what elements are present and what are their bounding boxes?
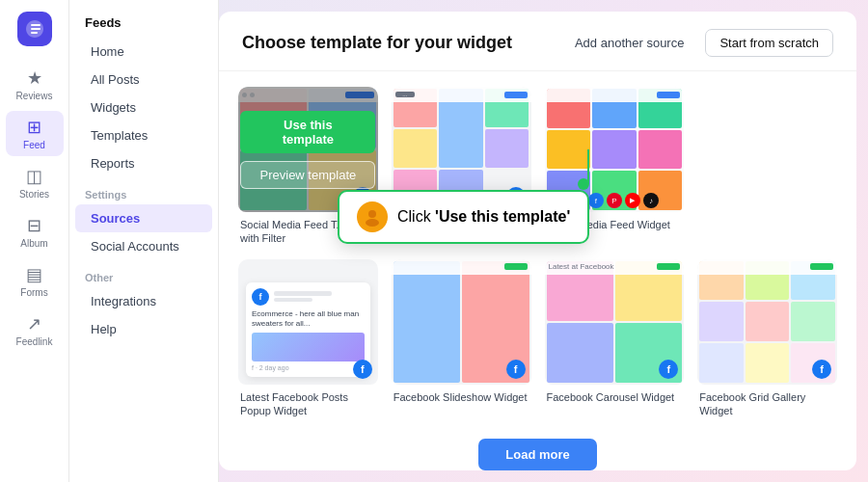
template-card-fb-carousel[interactable]: Latest at Facebook f Facebook Carousel W… xyxy=(545,259,685,418)
text-sidebar: Feeds Home All Posts Widgets Templates R… xyxy=(69,0,219,482)
template-grid-area: f Use this template Preview template Soc… xyxy=(219,71,856,470)
feedlink-label: Feedlink xyxy=(16,336,53,347)
template-card-fb-slideshow[interactable]: f Facebook Slideshow Widget xyxy=(392,259,531,418)
nav-help[interactable]: Help xyxy=(75,315,212,343)
fb-badge-2: f xyxy=(506,187,526,206)
page-title: Choose template for your widget xyxy=(242,33,512,53)
forms-icon: ▤ xyxy=(26,264,42,285)
use-template-button[interactable]: Use this template xyxy=(240,111,375,153)
sidebar-item-album[interactable]: ⊟ Album xyxy=(6,209,64,254)
nav-templates[interactable]: Templates xyxy=(75,121,212,149)
settings-header: Settings xyxy=(69,177,218,204)
nav-reports[interactable]: Reports xyxy=(75,149,212,177)
card-label-social-widget: Social Media Feed Widget xyxy=(545,218,685,231)
stories-icon: ◫ xyxy=(26,166,42,187)
sidebar-item-stories[interactable]: ◫ Stories xyxy=(6,160,64,205)
nav-widgets[interactable]: Widgets xyxy=(75,94,212,121)
feedlink-icon: ↗ xyxy=(27,313,41,335)
template-card-fb-grid[interactable]: f Facebook Grid Gallery Widget xyxy=(697,259,837,418)
template-overlay: Use this template Preview template xyxy=(238,87,378,212)
icon-sidebar: ★ Reviews ⊞ Feed ◫ Stories ⊟ Album ▤ For… xyxy=(0,0,69,482)
template-card-masonry[interactable]: ... f Social Media Feed Masonry xyxy=(392,87,531,246)
add-source-button[interactable]: Add another source xyxy=(563,30,695,56)
fb-badge-carousel: f xyxy=(659,360,678,379)
sidebar-item-forms[interactable]: ▤ Forms xyxy=(6,258,64,304)
template-row-2: f Ecommerce - here all blue man sweaters… xyxy=(238,259,837,418)
album-icon: ⊟ xyxy=(27,215,41,236)
fb-badge-grid: f xyxy=(812,360,831,379)
nav-social-accounts[interactable]: Social Accounts xyxy=(75,232,212,260)
template-card-slider[interactable]: f Use this template Preview template Soc… xyxy=(238,87,378,246)
main-header: Choose template for your widget Add anot… xyxy=(219,12,856,71)
card-label-masonry: Social Media Feed Masonry xyxy=(392,218,531,231)
nav-home[interactable]: Home xyxy=(75,38,212,66)
preview-template-button[interactable]: Preview template xyxy=(240,161,375,189)
facebook-icon: f xyxy=(588,193,604,208)
album-label: Album xyxy=(20,238,47,249)
card-label-fb-grid: Facebook Grid Gallery Widget xyxy=(697,390,837,418)
template-card-fb-popup[interactable]: f Ecommerce - here all blue man sweaters… xyxy=(238,259,378,418)
template-card-social-widget[interactable]: 📷 f P ▶ ♪ Social Media Feed Widget xyxy=(545,87,685,246)
instagram-icon: 📷 xyxy=(570,193,585,208)
other-header: Other xyxy=(69,260,218,287)
fb-badge-slideshow: f xyxy=(506,360,526,379)
forms-label: Forms xyxy=(20,287,47,298)
header-actions: Add another source Start from scratch xyxy=(563,29,833,57)
pinterest-icon: P xyxy=(607,193,622,208)
card-label-fb-popup: Latest Facebook Posts Popup Widget xyxy=(238,390,378,418)
feed-icon: ⊞ xyxy=(27,117,41,138)
template-row-1: f Use this template Preview template Soc… xyxy=(238,87,837,246)
youtube-icon: ▶ xyxy=(625,193,640,208)
sidebar-item-reviews[interactable]: ★ Reviews xyxy=(6,62,64,107)
nav-integrations[interactable]: Integrations xyxy=(75,287,212,315)
nav-all-posts[interactable]: All Posts xyxy=(75,66,212,94)
nav-sources[interactable]: Sources xyxy=(75,204,212,232)
feed-label: Feed xyxy=(23,140,45,150)
card-label-1: Social Media Feed T... Slider with Filte… xyxy=(238,218,378,246)
load-more-area: Load more xyxy=(238,431,837,470)
start-scratch-button[interactable]: Start from scratch xyxy=(705,29,833,57)
app-logo[interactable] xyxy=(17,12,52,46)
sidebar-item-feed[interactable]: ⊞ Feed xyxy=(6,111,64,156)
card-label-fb-carousel: Facebook Carousel Widget xyxy=(545,390,685,404)
sidebar-item-feedlink[interactable]: ↗ Feedlink xyxy=(6,308,64,353)
main-content: Choose template for your widget Add anot… xyxy=(219,12,856,470)
load-more-button[interactable]: Load more xyxy=(478,439,596,470)
fb-badge-popup: f xyxy=(353,360,372,379)
feeds-title: Feeds xyxy=(69,15,218,30)
reviews-icon: ★ xyxy=(27,67,42,89)
stories-label: Stories xyxy=(19,189,49,200)
card-label-fb-slideshow: Facebook Slideshow Widget xyxy=(392,390,531,404)
tiktok-icon: ♪ xyxy=(643,193,659,208)
reviews-label: Reviews xyxy=(16,91,53,101)
